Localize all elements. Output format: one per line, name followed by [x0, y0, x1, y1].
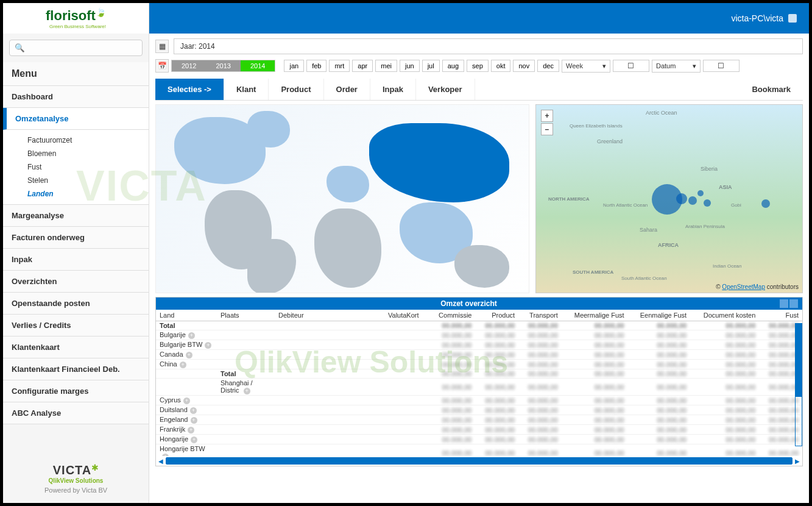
expand-icon[interactable]: +	[183, 397, 190, 404]
table-row[interactable]: China+00.000,0000.000,0000.000,0000.000,…	[156, 360, 802, 369]
menu-overzichten[interactable]: Overzichten	[3, 271, 149, 293]
submenu-bloemen[interactable]: Bloemen	[27, 147, 149, 160]
expand-icon[interactable]: +	[188, 332, 195, 339]
year-2014[interactable]: 2014	[241, 60, 275, 71]
month-mei[interactable]: mei	[375, 60, 397, 72]
expand-icon[interactable]: +	[162, 454, 169, 456]
sidebar: Menu Dashboard Omzetanalyse Factuuromzet…	[3, 34, 149, 503]
expand-icon[interactable]: +	[180, 362, 186, 368]
menu-omzetanalyse[interactable]: Omzetanalyse	[3, 108, 149, 130]
col-debiteur[interactable]: Debiteur	[275, 310, 384, 321]
expand-icon[interactable]: +	[191, 437, 197, 443]
table-row[interactable]: Bulgarije+00.000,0000.000,0000.000,0000.…	[156, 330, 802, 340]
col-fust[interactable]: Fust	[759, 310, 802, 321]
chevron-down-icon: ▾	[693, 62, 696, 70]
table-row[interactable]: Duitsland+00.000,0000.000,0000.000,0000.…	[156, 405, 802, 415]
col-plaats[interactable]: Plaats	[217, 310, 275, 321]
table-row[interactable]: Shanghai / Distric +00.000,0000.000,0000…	[156, 379, 802, 396]
expand-icon[interactable]: +	[190, 407, 197, 414]
vertical-scrollbar[interactable]	[795, 323, 802, 446]
col-document[interactable]: Document kosten	[690, 310, 759, 321]
table-row[interactable]: Hongarije+00.000,0000.000,0000.000,0000.…	[156, 435, 802, 444]
menu-dashboard[interactable]: Dashboard	[3, 86, 149, 108]
expand-icon[interactable]: +	[244, 388, 250, 394]
col-commissie[interactable]: Commissie	[429, 310, 476, 321]
month-apr[interactable]: apr	[352, 60, 373, 72]
year-2012[interactable]: 2012	[172, 60, 206, 71]
zoom-out-button[interactable]: –	[541, 123, 553, 135]
col-transport[interactable]: Transport	[518, 310, 562, 321]
month-nov[interactable]: nov	[513, 60, 535, 72]
year-display[interactable]: Jaar: 2014	[174, 38, 803, 54]
menu-facturen[interactable]: Facturen onderweg	[3, 227, 149, 249]
tabs-row: Selecties -> Klant Product Order Inpak V…	[155, 79, 803, 101]
month-okt[interactable]: okt	[491, 60, 511, 72]
submenu-landen[interactable]: Landen	[27, 187, 149, 201]
menu-klantenkaart[interactable]: Klantenkaart	[3, 337, 149, 358]
tab-order[interactable]: Order	[324, 79, 370, 100]
tab-klant[interactable]: Klant	[224, 79, 269, 100]
month-sep[interactable]: sep	[467, 60, 489, 72]
horizontal-scrollbar[interactable]: ◀ ▶	[156, 456, 802, 466]
submenu-stelen[interactable]: Stelen	[27, 174, 149, 187]
osm-link[interactable]: OpenStreetMap	[722, 283, 765, 290]
menu-inpak[interactable]: Inpak	[3, 249, 149, 271]
menu-klantenkaart-fin[interactable]: Klantenkaart Financieel Deb.	[3, 358, 149, 380]
table-row[interactable]: Cyprus+00.000,0000.000,0000.000,0000.000…	[156, 396, 802, 405]
menu-verlies[interactable]: Verlies / Credits	[3, 315, 149, 337]
menu-configuratie[interactable]: Configuratie marges	[3, 380, 149, 402]
menu-margeanalyse[interactable]: Margeanalyse	[3, 205, 149, 227]
menu-abc[interactable]: ABC Analyse	[3, 402, 149, 424]
filter-row: 📅 2012 2013 2014 jan feb mrt apr mei jun…	[155, 59, 803, 73]
month-mrt[interactable]: mrt	[329, 60, 350, 72]
menu-openstaande[interactable]: Openstaande posten	[3, 293, 149, 315]
table-row[interactable]: Frankrijk+00.000,0000.000,0000.000,0000.…	[156, 425, 802, 435]
submenu-omzetanalyse: Factuuromzet Bloemen Fust Stelen Landen	[3, 130, 149, 205]
month-aug[interactable]: aug	[442, 60, 464, 72]
tab-verkoper[interactable]: Verkoper	[416, 79, 475, 100]
week-checkbox[interactable]: ☐	[613, 60, 649, 72]
submenu-fust[interactable]: Fust	[27, 160, 149, 174]
expand-icon[interactable]: +	[205, 342, 211, 349]
export-icon[interactable]	[789, 299, 798, 308]
tab-inpak[interactable]: Inpak	[370, 79, 416, 100]
col-eenmalige[interactable]: Eenmalige Fust	[628, 310, 691, 321]
col-meermalige[interactable]: Meermalige Fust	[562, 310, 628, 321]
calendar-icon[interactable]: ▦	[155, 40, 169, 53]
choropleth-map[interactable]	[155, 104, 529, 293]
bubble-map[interactable]: + – Arctic Ocean Greenland Queen Elizabe…	[535, 104, 803, 293]
col-product[interactable]: Product	[475, 310, 518, 321]
data-table: Land Plaats Debiteur ValutaKort Commissi…	[156, 310, 802, 456]
tab-product[interactable]: Product	[269, 79, 323, 100]
scroll-right-icon[interactable]: ▶	[795, 458, 800, 465]
col-valutakort[interactable]: ValutaKort	[384, 310, 429, 321]
logo-text: florisoft	[46, 8, 96, 23]
date-dropdown[interactable]: Datum▾	[652, 60, 701, 73]
col-land[interactable]: Land	[156, 310, 217, 321]
print-icon[interactable]	[780, 299, 788, 308]
user-icon[interactable]	[788, 14, 797, 23]
zoom-in-button[interactable]: +	[541, 110, 553, 122]
year-2013[interactable]: 2013	[206, 60, 240, 71]
table-row[interactable]: Bulgarije BTW+00.000,0000.000,0000.000,0…	[156, 340, 802, 350]
expand-icon[interactable]: +	[186, 352, 192, 358]
table-row[interactable]: Canada+00.000,0000.000,0000.000,0000.000…	[156, 350, 802, 360]
month-jan[interactable]: jan	[284, 60, 304, 72]
expand-icon[interactable]: +	[188, 427, 194, 433]
powered-by: Powered by Victa BV	[12, 486, 139, 494]
month-dec[interactable]: dec	[537, 60, 559, 72]
month-feb[interactable]: feb	[306, 60, 327, 72]
month-jun[interactable]: jun	[400, 60, 420, 72]
tab-bookmark[interactable]: Bookmark	[740, 79, 803, 100]
table-row[interactable]: Hongarije BTW+00.000,0000.000,0000.000,0…	[156, 444, 802, 457]
date-checkbox[interactable]: ☐	[703, 60, 740, 72]
scroll-left-icon[interactable]: ◀	[158, 458, 163, 465]
week-dropdown[interactable]: Week▾	[562, 60, 610, 73]
month-jul[interactable]: jul	[422, 60, 440, 72]
date-icon[interactable]: 📅	[155, 59, 169, 73]
submenu-factuuromzet[interactable]: Factuuromzet	[27, 134, 149, 147]
search-input[interactable]	[9, 40, 143, 56]
table-row[interactable]: Engeland+00.000,0000.000,0000.000,0000.0…	[156, 415, 802, 425]
tab-selecties[interactable]: Selecties ->	[155, 79, 224, 100]
expand-icon[interactable]: +	[191, 417, 197, 424]
